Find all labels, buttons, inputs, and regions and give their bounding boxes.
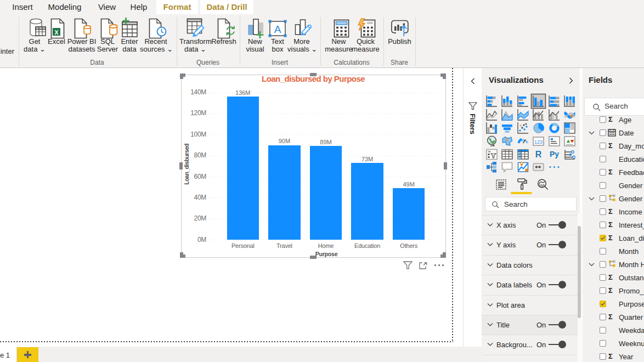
svg-text:123: 123 [534, 139, 543, 145]
svg-text:Py: Py [549, 150, 558, 159]
svg-text:R: R [535, 150, 542, 159]
svg-text:A: A [274, 24, 281, 35]
svg-text:X: X [54, 29, 59, 36]
